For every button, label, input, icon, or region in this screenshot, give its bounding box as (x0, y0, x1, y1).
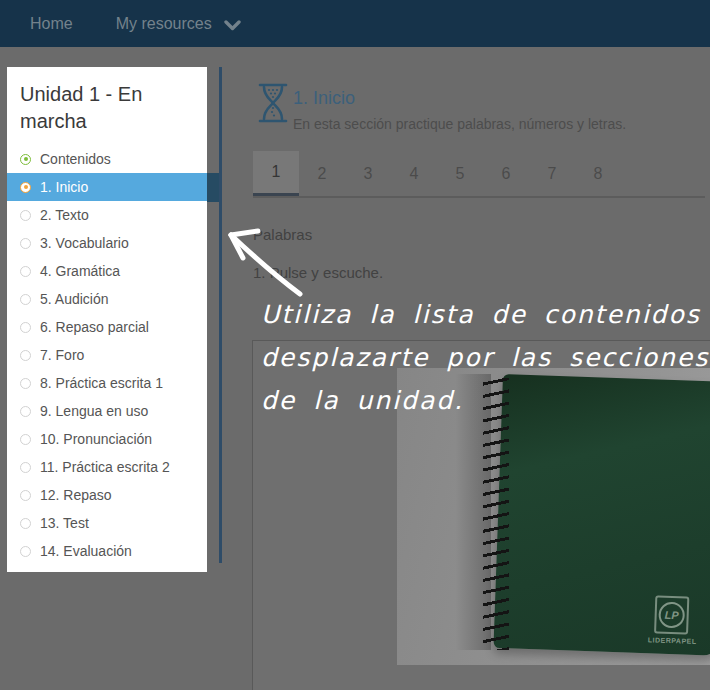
sidebar-menu-item[interactable]: 14. Evaluación (7, 537, 207, 565)
menu-item-label: 11. Práctica escrita 2 (40, 459, 170, 475)
menu-item-label: 8. Práctica escrita 1 (40, 375, 163, 391)
tutorial-arrow-icon (218, 222, 310, 304)
tutorial-line-2: desplazarte por las secciones (261, 336, 710, 379)
bullet-icon (20, 378, 31, 389)
page-tab-label: 7 (548, 165, 557, 183)
sidebar-menu: Contenidos 1. Inicio 2. Texto 3. Vocabul… (7, 145, 207, 565)
bullet-icon (20, 546, 31, 557)
pagination-underline (253, 196, 705, 198)
menu-item-label: 7. Foro (40, 347, 84, 363)
sidebar-menu-item[interactable]: 4. Gramática (7, 257, 207, 285)
page-tab-label: 5 (456, 165, 465, 183)
page-tab-label: 8 (594, 165, 603, 183)
nav-my-resources-label: My resources (116, 15, 212, 33)
menu-item-label: 13. Test (40, 515, 89, 531)
bullet-icon (20, 210, 31, 221)
page-tab[interactable]: 5 (437, 151, 483, 197)
tutorial-line-3: de la unidad. (261, 379, 710, 422)
sidebar-divider-line (219, 67, 222, 563)
chevron-down-icon (224, 20, 241, 31)
bullet-icon (20, 490, 31, 501)
sidebar-menu-item[interactable]: 10. Pronunciación (7, 425, 207, 453)
nav-my-resources-link[interactable]: My resources (116, 15, 241, 33)
sidebar-menu-item[interactable]: 8. Práctica escrita 1 (7, 369, 207, 397)
sidebar-menu-item[interactable]: 5. Audición (7, 285, 207, 313)
bullet-icon (20, 322, 31, 333)
sidebar-menu-item[interactable]: 11. Práctica escrita 2 (7, 453, 207, 481)
menu-item-label: 14. Evaluación (40, 543, 132, 559)
bullet-icon (20, 462, 31, 473)
course-page: Home My resources 1. Inicio En esta secc… (0, 0, 710, 690)
menu-item-label: 4. Gramática (40, 263, 120, 279)
bullet-icon (20, 238, 31, 249)
sidebar-panel: Unidad 1 - En marcha Contenidos 1. Inici… (7, 67, 207, 572)
page-tab[interactable]: 2 (299, 151, 345, 197)
menu-item-label: 10. Pronunciación (40, 431, 152, 447)
page-tab[interactable]: 7 (529, 151, 575, 197)
lp-monogram: LP (658, 602, 685, 629)
unit-title: Unidad 1 - En marcha (20, 81, 194, 135)
sidebar-menu-item[interactable]: 12. Repaso (7, 481, 207, 509)
sidebar-menu-item[interactable]: 3. Vocabulario (7, 229, 207, 257)
page-tab[interactable]: 6 (483, 151, 529, 197)
page-tab-label: 1 (272, 163, 281, 181)
menu-item-label: 5. Audición (40, 291, 109, 307)
page-tab[interactable]: 4 (391, 151, 437, 197)
bullet-icon (20, 518, 31, 529)
brand-logo: LP LIDERPAPEL (648, 595, 696, 645)
bullet-icon (20, 406, 31, 417)
tutorial-text: Utiliza la lista de contenidos para desp… (261, 293, 710, 422)
sidebar-menu-item[interactable]: 9. Lengua en uso (7, 397, 207, 425)
nav-home-link[interactable]: Home (30, 15, 73, 33)
pagination: 1 2 3 4 5 6 7 8 (253, 151, 621, 197)
sidebar-menu-item[interactable]: 7. Foro (7, 341, 207, 369)
bullet-icon (20, 266, 31, 277)
sidebar-menu-item[interactable]: 13. Test (7, 509, 207, 537)
menu-item-label: Contenidos (40, 151, 111, 167)
top-nav: Home My resources (0, 0, 710, 47)
sidebar-menu-item[interactable]: 2. Texto (7, 201, 207, 229)
bullet-icon (20, 350, 31, 361)
bullet-icon (20, 294, 31, 305)
bullet-icon (20, 434, 31, 445)
sidebar-menu-item[interactable]: 1. Inicio (7, 173, 207, 201)
page-tab[interactable]: 1 (253, 151, 299, 197)
menu-item-label: 9. Lengua en uso (40, 403, 148, 419)
bullet-icon (20, 182, 31, 193)
menu-item-label: 6. Repaso parcial (40, 319, 149, 335)
section-title: 1. Inicio (293, 88, 355, 109)
page-tab-label: 6 (502, 165, 511, 183)
sidebar-menu-item[interactable]: 6. Repaso parcial (7, 313, 207, 341)
bullet-icon (20, 154, 31, 165)
lp-monogram-box: LP (654, 595, 689, 634)
menu-item-label: 2. Texto (40, 207, 89, 223)
active-item-highlight-stub (207, 173, 219, 202)
menu-item-label: 1. Inicio (40, 179, 88, 195)
section-description: En esta sección practique palabras, núme… (293, 116, 626, 132)
brand-name: LIDERPAPEL (648, 636, 694, 645)
page-tab-label: 3 (364, 165, 373, 183)
hourglass-icon (256, 81, 290, 125)
page-tab[interactable]: 8 (575, 151, 621, 197)
tutorial-line-1: Utiliza la lista de contenidos para (261, 293, 710, 336)
sidebar-menu-item[interactable]: Contenidos (7, 145, 207, 173)
menu-item-label: 3. Vocabulario (40, 235, 129, 251)
page-tab[interactable]: 3 (345, 151, 391, 197)
page-tab-label: 2 (318, 165, 327, 183)
page-tab-label: 4 (410, 165, 419, 183)
menu-item-label: 12. Repaso (40, 487, 112, 503)
